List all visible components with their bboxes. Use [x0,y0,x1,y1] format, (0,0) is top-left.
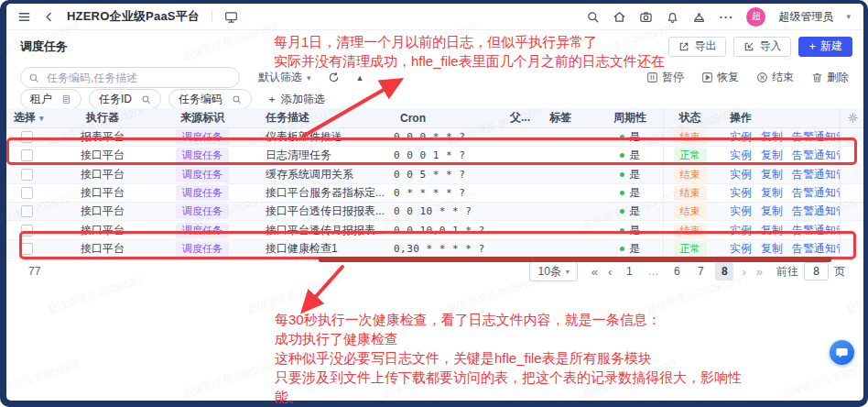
page-number[interactable]: 7 [691,262,710,280]
page-number[interactable]: 8 [715,262,733,280]
search-icon [141,94,151,104]
search-icon[interactable] [586,10,600,24]
column-header-label: 选择 [14,110,36,126]
table-row: 接口平台调度任务接口平台透传日报报表...0 0 10 * * ?是结束实例复制… [6,203,863,221]
instance-link[interactable]: 实例 [730,167,752,182]
batch-action-pause[interactable]: 暂停 [646,70,684,85]
screenshot-stage: HZERO企业级PaaS平台 ··· 超 超级管理员 ▾ 调度任务 [0,0,868,407]
search-input[interactable] [45,71,232,85]
cell-cron: 0,30 * * * * ? [394,243,485,255]
gear-icon [847,112,859,124]
top-bar: HZERO企业级PaaS平台 ··· 超 超级管理员 ▾ [6,4,863,30]
add-filter-button[interactable]: ＋ 添加筛选 [266,92,325,107]
more-icon[interactable]: ··· [719,10,733,24]
column-header-label: 操作 [730,110,752,126]
next-page-button[interactable]: › [740,265,747,279]
alert-notification-link[interactable]: 告警通知管理 [792,204,840,219]
instance-link[interactable]: 实例 [730,204,752,219]
page-ellipsis: … [644,262,662,280]
row-checkbox[interactable] [21,225,33,236]
filter-chip-2[interactable]: 任务编码 [168,89,252,109]
column-header-label: 来源标识 [180,110,224,126]
export-button[interactable]: 导出 [668,37,726,57]
goto-page-input[interactable] [804,262,829,280]
cell-executor: 接口平台 [81,204,125,219]
search-icon [232,94,242,104]
prev-page-button[interactable]: ‹ [606,265,613,279]
preset-filter-select[interactable]: 默认筛选 ▾ [258,70,311,85]
last-page-button[interactable]: » [754,265,765,279]
app-window: HZERO企业级PaaS平台 ··· 超 超级管理员 ▾ 调度任务 [6,4,863,401]
row-checkbox[interactable] [21,205,33,217]
chip-label: 任务编码 [179,92,222,107]
cell-executor: 接口平台 [81,223,125,238]
cell-executor: 接口平台 [81,185,125,201]
first-page-button[interactable]: « [590,265,600,279]
alert-notification-link[interactable]: 告警通知管理 [792,185,840,201]
page-header: 调度任务 导出 导入 + 新建 [6,30,863,60]
cell-cron: 0 0 5 * * ? [394,169,465,181]
user-name[interactable]: 超级管理员 [778,9,833,25]
batch-action-stop[interactable]: 结束 [756,70,794,85]
chevron-down-icon: ▾ [846,12,851,21]
copy-link[interactable]: 复制 [761,223,783,238]
instance-link[interactable]: 实例 [730,129,752,145]
batch-action-delete[interactable]: 删除 [811,70,849,85]
menu-icon[interactable] [17,10,31,24]
filter-chip-0[interactable]: 租户 [20,89,81,109]
row-checkbox[interactable] [21,187,33,199]
instance-link[interactable]: 实例 [730,241,752,257]
cell-task-description: 缓存系统调用关系 [266,167,353,182]
cell-task-description: 仪表板部件推送 [266,129,342,145]
home-icon[interactable] [613,10,626,24]
row-checkbox[interactable] [21,131,33,143]
alert-notification-link[interactable]: 告警通知管理 [792,167,840,182]
search-box[interactable] [20,67,240,88]
divider [212,11,212,22]
row-checkbox[interactable] [21,169,33,181]
cell-periodic: 是 [629,167,640,182]
column-header-label: 任务描述 [266,110,309,126]
cell-parent [510,203,549,220]
camera-icon[interactable] [639,10,653,24]
cell-tag [549,166,597,183]
back-icon[interactable] [43,11,55,23]
alert-notification-link[interactable]: 告警通知管理 [792,148,840,163]
alert-notification-link[interactable]: 告警通知管理 [792,129,840,145]
column-header-5: 父... [510,108,549,127]
copy-link[interactable]: 复制 [761,204,783,219]
page-size-select[interactable]: 10条 ▾ [529,261,577,281]
copy-link[interactable]: 复制 [761,185,783,201]
column-header-1: 执行器 [48,108,157,127]
page-number[interactable]: 6 [667,262,686,280]
copy-link[interactable]: 复制 [761,129,783,145]
periodic-dot [620,172,624,177]
import-button[interactable]: 导入 [733,37,791,57]
instance-link[interactable]: 实例 [730,148,752,163]
column-settings[interactable] [840,108,863,127]
status-badge: 结束 [674,204,707,219]
collapse-filter-icon[interactable]: ▲ [356,73,364,82]
create-button[interactable]: + 新建 [798,37,852,57]
monitor-icon[interactable] [224,10,238,24]
instance-link[interactable]: 实例 [730,185,752,201]
copy-link[interactable]: 复制 [761,167,783,182]
row-checkbox[interactable] [21,149,33,161]
avatar[interactable]: 超 [746,7,765,27]
refresh-icon[interactable] [328,72,340,83]
row-checkbox[interactable] [21,243,33,255]
alert-notification-link[interactable]: 告警通知管理 [792,223,840,238]
bell-icon[interactable] [666,10,679,24]
filter-chip-1[interactable]: 任务ID [89,89,161,109]
batch-action-resume[interactable]: 恢复 [701,70,739,85]
periodic-dot [620,209,624,214]
assistant-widget[interactable] [830,340,854,365]
page-size-value: 10条 [537,264,560,280]
alert-notification-link[interactable]: 告警通知管理 [792,241,840,257]
hat-icon[interactable] [692,10,706,24]
page-number[interactable]: 1 [620,262,638,280]
instance-link[interactable]: 实例 [730,223,752,238]
cell-executor: 接口平台 [81,148,125,163]
copy-link[interactable]: 复制 [761,148,783,163]
copy-link[interactable]: 复制 [761,241,783,257]
